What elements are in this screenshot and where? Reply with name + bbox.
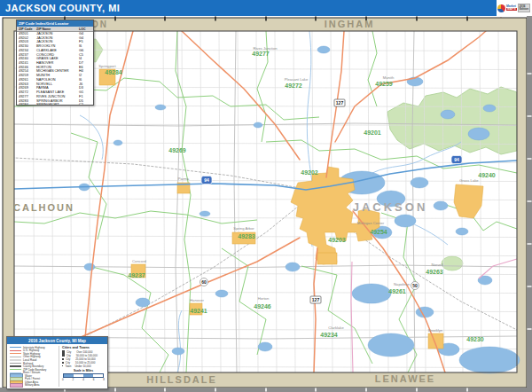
cities-and-towns-header: Cities and Towns bbox=[62, 346, 105, 349]
logo-brand: Market MAPS bbox=[506, 5, 517, 12]
scale-tick: 4 bbox=[82, 378, 84, 381]
shield-number: 94 bbox=[204, 177, 209, 183]
town-label: Napoleon bbox=[394, 282, 411, 286]
zip-code-label: 49283 bbox=[238, 233, 255, 239]
shield-number: 50 bbox=[412, 283, 418, 288]
zip-code-label: 49203 bbox=[328, 237, 346, 243]
legend-header: 2016 Jackson County, MI Map bbox=[7, 337, 107, 344]
legend-line-symbol bbox=[10, 359, 21, 360]
title-bar: JACKSON COUNTY, MI bbox=[0, 0, 532, 16]
zip-code-label: 49201 bbox=[364, 129, 381, 136]
zip-code-label: 49240 bbox=[478, 172, 496, 178]
zip-index-rows: 49201JACKSONG449202JACKSONG449203JACKSON… bbox=[17, 32, 93, 105]
legend-cities-column: Cities and Towns CityOver 100,000City50,… bbox=[59, 346, 105, 387]
county-seat-name: JACKSON bbox=[353, 200, 428, 214]
zip-index-header: ZIP Code Index/Grid Locator bbox=[17, 20, 93, 27]
zip-code-label: 49246 bbox=[254, 303, 271, 310]
city-size-marker bbox=[62, 358, 64, 360]
town-label: Spring Arbor bbox=[233, 226, 254, 231]
zip-code-label: 49234 bbox=[320, 332, 338, 338]
zip-code-label: 49261 bbox=[388, 288, 406, 294]
zip-code-label: 49237 bbox=[128, 272, 145, 278]
legend-line-symbol bbox=[10, 365, 21, 366]
zip-code-label: 49259 bbox=[375, 81, 393, 87]
town-label: Parma bbox=[178, 176, 190, 181]
town-label: Hanover bbox=[190, 298, 204, 302]
shield-number: 127 bbox=[336, 100, 344, 106]
legend-line-symbol bbox=[10, 363, 21, 364]
publisher-logo: Market MAPS 2016 Edition bbox=[497, 0, 532, 16]
scale-tick-labels: 02468 bbox=[62, 378, 105, 381]
town-label: Grass Lake bbox=[459, 178, 479, 183]
town-label: Concord bbox=[132, 259, 146, 263]
zip-code-label: 49272 bbox=[285, 82, 302, 89]
town-label: Clarklake bbox=[328, 325, 344, 330]
scale-tick: 8 bbox=[103, 378, 105, 381]
city-size-marker bbox=[62, 365, 63, 366]
city-size-marker bbox=[62, 354, 65, 357]
zip-code-label: 49263 bbox=[426, 269, 443, 275]
city-population-rows: CityOver 100,000City50,000 to 100,000Cit… bbox=[62, 350, 105, 367]
shield-number: 94 bbox=[454, 157, 459, 162]
town-label: Horton bbox=[258, 296, 270, 301]
town-label: Brooklyn bbox=[428, 328, 443, 333]
lake-crossing-boundary bbox=[459, 347, 520, 373]
zip-code: 49284 bbox=[19, 103, 36, 105]
population-range: Under 10,000 bbox=[74, 365, 90, 368]
legend-symbol-list: Interstate HighwayU.S. HighwayState High… bbox=[10, 346, 56, 387]
scale-title: Scale in Miles bbox=[62, 369, 105, 372]
neighbor-county-label: HILLSDALE bbox=[146, 374, 217, 385]
logo-swirl-icon bbox=[497, 4, 505, 12]
urban-vandercook-lake bbox=[317, 253, 337, 264]
zip-code-label: 49254 bbox=[370, 229, 387, 235]
city-population-row: TownUnder 10,000 bbox=[62, 365, 105, 368]
right-edge-strip bbox=[527, 16, 532, 392]
town-label: Michigan Center bbox=[357, 221, 385, 225]
zip-index-row: 49284SPRINGPORTC2 bbox=[19, 103, 91, 105]
zip-code-label: 49202 bbox=[301, 169, 318, 176]
town-label: Munith bbox=[383, 75, 395, 80]
zip-code-label: 49277 bbox=[252, 51, 270, 57]
shield-number: 60 bbox=[201, 279, 207, 285]
shield-number: 127 bbox=[312, 297, 320, 302]
neighbor-county-label: INGHAM bbox=[325, 19, 375, 29]
zip-index-box: ZIP Code Index/Grid Locator ZIP CodeZIP … bbox=[16, 20, 94, 106]
zip-code-label: 49269 bbox=[168, 147, 186, 153]
col-header: LOC bbox=[79, 27, 90, 31]
grid-loc: C2 bbox=[79, 103, 90, 105]
logo-badge: 2016 Edition bbox=[518, 4, 530, 12]
scale-tick: 6 bbox=[93, 378, 95, 381]
legend-area-swatch bbox=[10, 383, 23, 388]
logo-badge-line2: Edition bbox=[520, 8, 528, 11]
scale-block: Scale in Miles 02468 bbox=[62, 369, 105, 380]
neighbor-county-label: LENAWEE bbox=[375, 373, 435, 384]
town-label: Norvell bbox=[431, 263, 442, 267]
legend-body: Interstate HighwayU.S. HighwayState High… bbox=[7, 344, 107, 388]
map-title: JACKSON COUNTY, MI bbox=[0, 3, 120, 13]
col-header: ZIP Code bbox=[19, 27, 36, 31]
legend-area-item: Military Area bbox=[10, 384, 56, 388]
legend-line-symbol bbox=[10, 347, 21, 348]
map-legend-box: 2016 Jackson County, MI Map Interstate H… bbox=[6, 336, 108, 389]
city-size-marker bbox=[62, 362, 64, 364]
scale-tick: 2 bbox=[73, 378, 74, 381]
zip-code-label: 49230 bbox=[466, 336, 484, 342]
col-header: ZIP Name bbox=[36, 27, 79, 31]
legend-line-symbol bbox=[10, 357, 21, 357]
legend-line-symbol bbox=[10, 350, 21, 351]
town-label: Pleasant Lake bbox=[285, 77, 309, 82]
county-seat-label: JACKSON bbox=[353, 200, 428, 214]
neighbor-county-label: CALHOUN bbox=[13, 202, 74, 213]
city-size-marker bbox=[62, 350, 65, 353]
logo-brand-bottom: MAPS bbox=[506, 8, 517, 11]
legend-line-symbol bbox=[10, 369, 21, 370]
zip-code-label: 49284 bbox=[105, 69, 122, 75]
zip-code-label: 49241 bbox=[190, 308, 207, 314]
city-type: Town bbox=[65, 365, 73, 368]
zip-name: SPRINGPORT bbox=[36, 103, 79, 105]
legend-area-label: Military Area bbox=[25, 383, 40, 387]
scale-tick: 0 bbox=[62, 378, 64, 381]
legend-line-symbol bbox=[10, 353, 21, 354]
town-label: Springport bbox=[98, 64, 116, 68]
